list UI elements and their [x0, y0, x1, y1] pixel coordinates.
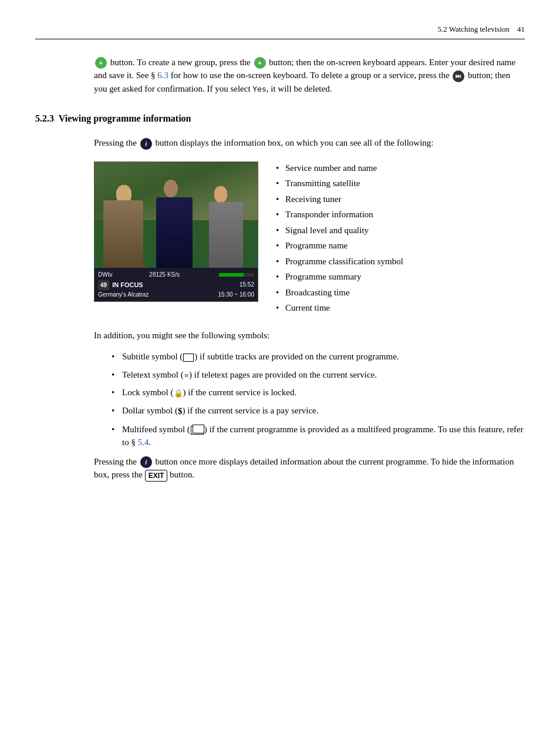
info-button-icon-2: i [140, 456, 152, 468]
section-link-5-4[interactable]: 5.4 [138, 438, 149, 447]
create-button-icon: + [254, 57, 266, 69]
header-text: 5.2 Watching television [437, 25, 510, 33]
tv-time-range: 15:30 ~ 16:00 [218, 290, 254, 299]
info-bullet-list: Service number and name Transmitting sat… [276, 161, 525, 317]
list-item-teletext: Teletext symbol (≡) if teletext pages ar… [112, 368, 525, 382]
intro-text: Pressing the i button displays the infor… [94, 136, 525, 150]
section-title: Viewing programme information [59, 113, 191, 123]
tv-bar-row3: Germany's Alcatraz 15:30 ~ 16:00 [98, 290, 254, 299]
dollar-symbol: $ [178, 406, 183, 416]
tv-bar-row1: DWtv 28125 KS/s [98, 270, 254, 279]
list-item-signal: Signal level and quality [276, 224, 525, 237]
exit-button: EXIT [145, 470, 168, 482]
list-item-dollar: Dollar symbol ($) if the current service… [112, 404, 525, 418]
multifeed-symbol [191, 426, 204, 435]
list-item-summary: Programme summary [276, 270, 525, 284]
list-item-tuner: Receiving tuner [276, 193, 525, 206]
intro-section: Pressing the i button displays the infor… [94, 136, 525, 482]
list-item-service: Service number and name [276, 161, 525, 175]
list-item-broadcasting: Broadcasting time [276, 286, 525, 300]
signal-bar [219, 273, 254, 277]
top-paragraph-text: + button. To create a new group, press t… [94, 56, 525, 96]
dollar-label: Dollar symbol ( [122, 406, 178, 415]
tv-channel-num: 49 [98, 280, 109, 290]
top-paragraph: + button. To create a new group, press t… [94, 56, 525, 96]
list-item-current-time: Current time [276, 301, 525, 315]
symbols-list: Subtitle symbol () if subtitle tracks ar… [112, 350, 525, 449]
tv-image-area [95, 162, 258, 268]
section-link-6-3[interactable]: 6.3 [157, 70, 168, 80]
list-item-classification: Programme classification symbol [276, 255, 525, 268]
page-number: 41 [517, 25, 525, 33]
skip-button-icon: ⏭ [453, 70, 464, 82]
person2-body [156, 197, 193, 268]
info-columns: DWtv 28125 KS/s 49 IN FOCUS 15:52 German… [94, 161, 525, 317]
subtitle-symbol [183, 354, 194, 362]
group-button-icon: + [95, 57, 107, 69]
tv-time: 15:52 [239, 280, 254, 290]
section-number: 5.2.3 [35, 113, 54, 123]
teletext-label: Teletext symbol ( [122, 370, 184, 379]
addition-text: In addition, you might see the following… [94, 329, 525, 342]
tv-krate: 28125 KS/s [149, 270, 180, 279]
tv-bar-row2: 49 IN FOCUS 15:52 [98, 280, 254, 290]
tv-channel-name: IN FOCUS [112, 280, 143, 290]
info-button-icon: i [140, 138, 152, 150]
section-heading: 5.2.3 Viewing programme information [35, 112, 525, 126]
list-item-transponder: Transponder information [276, 208, 525, 221]
subtitle-label: Subtitle symbol ( [122, 352, 183, 361]
teletext-symbol: ≡ [184, 370, 188, 382]
lock-symbol: 🔒 [174, 389, 183, 398]
tv-screenshot: DWtv 28125 KS/s 49 IN FOCUS 15:52 German… [94, 161, 258, 302]
multifeed-label: Multifeed symbol ( [122, 425, 190, 434]
tv-service-name: Germany's Alcatraz [98, 290, 149, 299]
list-item-subtitle: Subtitle symbol () if subtitle tracks ar… [112, 350, 525, 364]
person1-body [103, 200, 143, 268]
tv-broadcaster: DWtv [98, 270, 112, 279]
list-item-programme-name: Programme name [276, 239, 525, 253]
footer-paragraph: Pressing the i button once more displays… [94, 455, 525, 482]
list-item-satellite: Transmitting satellite [276, 177, 525, 190]
tv-info-bar: DWtv 28125 KS/s 49 IN FOCUS 15:52 German… [95, 268, 258, 301]
tv-signal-indicator [217, 270, 254, 279]
list-item-multifeed: Multifeed symbol () if the current progr… [112, 423, 525, 449]
person3-body [209, 202, 243, 268]
page: 5.2 Watching television 41 + button. To … [0, 0, 560, 525]
page-header: 5.2 Watching television 41 [35, 23, 525, 39]
lock-label: Lock symbol ( [122, 388, 174, 397]
list-item-lock: Lock symbol (🔒) if the current service i… [112, 386, 525, 399]
